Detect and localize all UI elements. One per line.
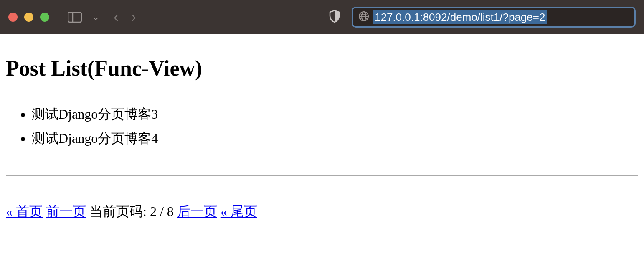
- chevron-down-icon[interactable]: ⌄: [92, 12, 99, 23]
- minimize-window-button[interactable]: [24, 13, 33, 22]
- last-page-link[interactable]: « 尾页: [221, 204, 257, 219]
- close-window-button[interactable]: [8, 13, 18, 22]
- list-item: 测试Django分页博客3: [32, 102, 638, 127]
- privacy-shield-icon[interactable]: [329, 10, 340, 24]
- svg-rect-0: [68, 12, 81, 22]
- navigation-arrows: ‹ ›: [114, 10, 136, 25]
- sidebar-toggle-button[interactable]: [68, 12, 82, 23]
- address-bar[interactable]: 127.0.0.1:8092/demo/list1/?page=2: [352, 7, 636, 28]
- next-page-link[interactable]: 后一页: [177, 204, 217, 219]
- post-list: 测试Django分页博客3 测试Django分页博客4: [32, 102, 638, 150]
- list-item: 测试Django分页博客4: [32, 127, 638, 151]
- forward-button[interactable]: ›: [131, 10, 136, 25]
- pagination: « 首页 前一页 当前页码: 2 / 8 后一页 « 尾页: [6, 201, 638, 221]
- current-page-label: 当前页码: 2 / 8: [89, 204, 174, 219]
- url-text[interactable]: 127.0.0.1:8092/demo/list1/?page=2: [373, 10, 547, 24]
- prev-page-link[interactable]: 前一页: [46, 204, 86, 219]
- page-title: Post List(Func-View): [6, 56, 638, 81]
- sidebar-icon: [68, 12, 82, 23]
- page-body: Post List(Func-View) 测试Django分页博客3 测试Dja…: [0, 34, 644, 227]
- globe-icon: [359, 11, 369, 23]
- maximize-window-button[interactable]: [40, 13, 49, 22]
- divider: [6, 175, 638, 176]
- first-page-link[interactable]: « 首页: [6, 204, 43, 219]
- back-button[interactable]: ‹: [114, 10, 119, 25]
- window-controls: [8, 13, 49, 22]
- browser-toolbar: ⌄ ‹ › 127.0.0.1:8092/demo/list1/?page=2: [0, 0, 644, 34]
